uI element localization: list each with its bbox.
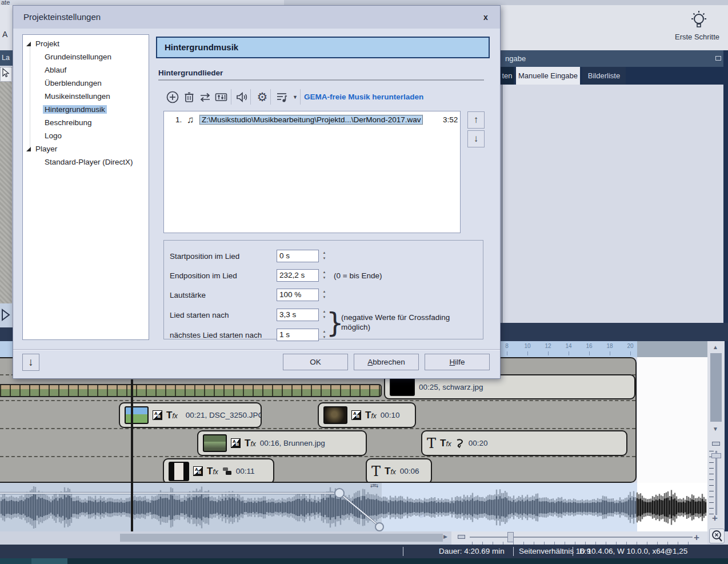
playlist-dropdown-icon[interactable] — [275, 90, 289, 104]
collapse-dialog-button[interactable]: ↓ — [22, 354, 39, 371]
zoom-reset-button[interactable] — [709, 529, 725, 543]
top-fragment-text: ate — [1, 0, 10, 5]
clip-text-0006[interactable]: T Tfx 00:06 — [366, 458, 432, 483]
scroll-up-arrow-icon[interactable]: ▲ — [713, 344, 718, 350]
left-rail-tab[interactable]: La — [0, 50, 13, 66]
vertical-scrollbar-thumb[interactable] — [710, 353, 722, 422]
gear-icon[interactable]: ⚙ — [255, 90, 269, 104]
clip-thumbnail — [203, 434, 227, 452]
bottom-strip — [0, 558, 728, 564]
project-settings-dialog: Projekteinstellungen x Projekt Grundeins… — [13, 5, 501, 379]
field-label: Lautstärke — [170, 291, 206, 299]
tab-daten[interactable]: ten — [501, 67, 514, 85]
naechstes-lied-input[interactable]: 1 s — [277, 329, 319, 341]
zoom-out-icon[interactable] — [458, 535, 465, 539]
track-zoom-out-icon[interactable] — [712, 442, 720, 446]
clip-thumbnail — [323, 406, 347, 424]
crossfade-note: (negative Werte für Crossfading möglich) — [341, 313, 464, 332]
zoom-slider-track[interactable] — [470, 537, 693, 538]
lied-starten-input[interactable]: 3,3 s — [277, 309, 319, 321]
song-list-item[interactable]: 1. ♫ Z:\Musikstudio\Musikbearbeitung\Pro… — [164, 114, 460, 127]
clip-label: 00:16, Brunnen.jpg — [260, 439, 325, 447]
arrow-up-icon: ↑ — [474, 114, 479, 125]
spinner[interactable]: ▲▼ — [320, 289, 329, 301]
lautstaerke-input[interactable]: 100 % — [277, 289, 319, 301]
panel-header-fragment: ngabe — [505, 54, 526, 63]
bottom-strip-segment — [31, 558, 67, 564]
clip-dsc3250[interactable]: AB Tfx 00:21, DSC_3250.JPG — [119, 402, 262, 428]
field-label: nächstes Lied starten nach — [170, 331, 262, 339]
speaker-icon[interactable] — [235, 90, 249, 104]
move-down-button[interactable]: ↓ — [467, 130, 485, 147]
cancel-button[interactable]: Abbrechen — [354, 354, 419, 370]
clip-label: 00:06 — [400, 467, 419, 475]
top-toolbar-fragment: ate — [0, 0, 284, 5]
trash-icon[interactable] — [182, 90, 196, 104]
tree-item-ueberblendungen[interactable]: Überblendungen — [45, 78, 102, 89]
tree-item-beschreibung[interactable]: Beschreibung — [45, 117, 92, 129]
move-up-button[interactable]: ↑ — [467, 111, 485, 129]
page-title: Hintergrundmusik — [156, 37, 490, 58]
ok-button[interactable]: OK — [283, 354, 348, 370]
tree-item-hintergrundmusik[interactable]: Hintergrundmusik — [45, 104, 107, 115]
swap-arrows-icon[interactable] — [198, 90, 212, 104]
erste-schritte-button[interactable] — [689, 10, 709, 34]
erste-schritte-label[interactable]: Erste Schritte — [667, 33, 727, 41]
horizontal-scrollbar-thumb[interactable] — [120, 534, 443, 542]
chevron-down-icon[interactable]: ▼ — [293, 94, 298, 100]
bottom-strip-segment — [0, 558, 31, 564]
spinner[interactable]: ▲▼ — [320, 269, 329, 282]
clip-text-0020[interactable]: T Tfx 00:20 — [421, 430, 627, 456]
help-button[interactable]: Hilfe — [425, 354, 490, 370]
fader-icon[interactable] — [214, 90, 228, 104]
track-zoom-in-icon[interactable]: + — [712, 513, 718, 524]
close-icon[interactable]: x — [481, 12, 491, 22]
song-path[interactable]: Z:\Musikstudio\Musikbearbeitung\Projektd… — [199, 115, 423, 125]
tree-item-musikeinstellungen[interactable]: Musikeinstellungen — [45, 91, 110, 102]
clip-brunnen[interactable]: AB Tfx 00:16, Brunnen.jpg — [197, 430, 367, 456]
play-button[interactable] — [0, 303, 12, 327]
tree-item-grundeinstellungen[interactable]: Grundeinstellungen — [45, 51, 111, 63]
tree-expander-icon[interactable] — [26, 42, 31, 46]
tab-bilderliste[interactable]: Bilderliste — [582, 67, 626, 85]
scroll-right-arrow-icon[interactable]: ▶ — [443, 534, 447, 539]
track-zoom-handle[interactable] — [711, 453, 721, 458]
ruler-overflow — [637, 341, 707, 357]
add-circle-icon[interactable] — [166, 90, 179, 104]
section-divider — [158, 79, 484, 81]
spinner[interactable]: ▲▼ — [320, 250, 329, 262]
clip-0010[interactable]: AB Tfx 00:10 — [318, 402, 416, 428]
dialog-title-bar[interactable]: Projekteinstellungen — [13, 6, 500, 29]
text-object-icon: T — [371, 465, 381, 478]
tree-item-ablauf[interactable]: Ablauf — [45, 65, 66, 76]
tree-item-logo[interactable]: Logo — [45, 130, 62, 142]
song-list[interactable]: 1. ♫ Z:\Musikstudio\Musikbearbeitung\Pro… — [163, 111, 461, 233]
scroll-down-arrow-icon[interactable]: ▼ — [713, 426, 718, 432]
tree-item-player[interactable]: Player — [35, 143, 57, 155]
restore-icon[interactable] — [715, 56, 721, 61]
panel-header: ngabe — [501, 50, 728, 67]
startposition-input[interactable]: 0 s — [277, 250, 319, 262]
tree-item-standard-player[interactable]: Standard-Player (DirectX) — [45, 157, 133, 168]
text-fx-icon: Tfx — [365, 410, 377, 421]
video-filmstrip-clip[interactable] — [0, 384, 382, 397]
cursor-tool-button[interactable] — [0, 67, 12, 82]
clip-resize-handles[interactable]: ⇄⇆ — [370, 483, 378, 489]
zoom-in-icon[interactable]: + — [694, 532, 699, 543]
playhead[interactable] — [131, 379, 133, 532]
zoom-slider-handle[interactable] — [507, 532, 514, 542]
ab-transition-icon: AB — [351, 410, 361, 420]
clip-0011[interactable]: AB Tfx 00:11 — [163, 458, 274, 483]
play-icon — [1, 308, 11, 322]
tree-item-projekt[interactable]: Projekt — [35, 38, 59, 50]
audio-waveform — [0, 483, 707, 531]
music-note-icon: ♫ — [187, 114, 194, 126]
app-window: ate A La Erste Schritte ngabe ten Manuel… — [0, 0, 728, 564]
magnifier-x-icon — [710, 529, 724, 543]
tree-expander-icon[interactable] — [26, 147, 31, 151]
camera-pan-icon — [222, 467, 232, 475]
gema-music-link[interactable]: GEMA-freie Musik herunterladen — [304, 93, 423, 101]
tab-manuelle-eingabe[interactable]: Manuelle Eingabe — [516, 67, 580, 85]
track-zoom-slider[interactable] — [715, 451, 717, 515]
endposition-input[interactable]: 232,2 s — [277, 269, 319, 282]
